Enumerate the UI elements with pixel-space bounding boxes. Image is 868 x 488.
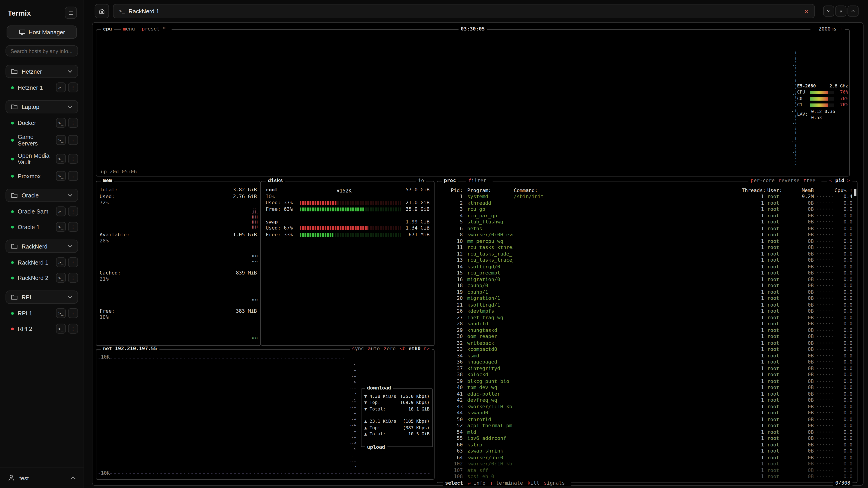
host-options-button[interactable]: ⋮	[68, 171, 78, 181]
process-row[interactable]: 50kthrotld1root0B·······0.0	[437, 416, 857, 423]
connect-terminal-button[interactable]: >_	[56, 273, 66, 283]
process-row[interactable]: 16migration/01root0B·······0.0	[437, 276, 857, 283]
process-row[interactable]: 102kworker/0:1H-kbl1root0B·······0.0	[437, 461, 857, 467]
connect-terminal-button[interactable]: >_	[56, 135, 66, 145]
folder-racknerd[interactable]: RackNerd	[5, 240, 78, 253]
process-row[interactable]: 14ksoftirqd/01root0B·······0.0	[437, 264, 857, 270]
process-row[interactable]: 38kblockd1root0B·······0.0	[437, 372, 857, 378]
filter-option[interactable]: filter	[466, 177, 492, 183]
process-row[interactable]: 20migration/11root0B·······0.0	[437, 295, 857, 302]
process-row[interactable]: 41edac-poller1root0B·······0.0	[437, 391, 857, 397]
proc-options[interactable]: per-corereversetree	[748, 177, 822, 183]
process-row[interactable]: 30oom_reaper1root0B·······0.0	[437, 334, 857, 340]
host-options-button[interactable]: ⋮	[68, 206, 78, 217]
connect-terminal-button[interactable]: >_	[56, 83, 66, 92]
host-options-button[interactable]: ⋮	[68, 324, 78, 334]
process-row[interactable]: 19cpuhp/11root0B·······0.0	[437, 289, 857, 295]
process-row[interactable]: 27inet_frag_wq1root0B·······0.0	[437, 315, 857, 321]
host-rpi-2[interactable]: RPI 2>_⋮	[4, 321, 79, 337]
host-options-button[interactable]: ⋮	[68, 257, 78, 267]
net-options[interactable]: syncautozero<b eth0 n>	[350, 346, 432, 351]
folder-rpi[interactable]: RPI	[5, 291, 78, 304]
sidebar-menu-button[interactable]: ☰	[65, 6, 77, 19]
process-row[interactable]: 108scsi_eh_01root0B·······0.0	[437, 474, 857, 480]
io-mode-option[interactable]: io	[416, 177, 426, 183]
process-row[interactable]: 8kworker/0:0H-eve1root0B·······0.0	[437, 232, 857, 238]
folder-laptop[interactable]: Laptop	[5, 100, 78, 113]
connect-terminal-button[interactable]: >_	[56, 222, 66, 232]
connect-terminal-button[interactable]: >_	[56, 324, 66, 334]
process-row[interactable]: 42devfreq_wq1root0B·······0.0	[437, 397, 857, 403]
host-racknerd-1[interactable]: RackNerd 1>_⋮	[4, 255, 79, 270]
process-row[interactable]: 1systemd/sbin/init1root9.2M·······0.4	[437, 194, 857, 200]
connect-terminal-button[interactable]: >_	[56, 308, 66, 318]
process-row[interactable]: 10mm_percpu_wq1root0B·······0.0	[437, 238, 857, 245]
process-row[interactable]: 12rcu_tasks_rude_k1root0B·······0.0	[437, 251, 857, 257]
folder-oracle[interactable]: Oracle	[5, 189, 78, 202]
host-oracle-sam[interactable]: Oracle Sam>_⋮	[4, 204, 79, 219]
host-options-button[interactable]: ⋮	[68, 118, 78, 128]
process-row[interactable]: 13rcu_tasks_trace_1root0B·······0.0	[437, 257, 857, 264]
process-row[interactable]: 40tpm_dev_wq1root0B·······0.0	[437, 385, 857, 391]
connect-terminal-button[interactable]: >_	[56, 206, 66, 217]
process-row[interactable]: 63zswap-shrink1root0B·······0.0	[437, 448, 857, 455]
process-table[interactable]: 1systemd/sbin/init1root9.2M·······0.42kt…	[437, 194, 857, 481]
process-row[interactable]: 60kstrp1root0B·······0.0	[437, 442, 857, 448]
refresh-interval[interactable]: - 2000ms +	[810, 26, 845, 31]
process-row[interactable]: 18cpuhp/01root0B·······0.0	[437, 283, 857, 289]
menu-option[interactable]: menu	[121, 26, 141, 31]
host-options-button[interactable]: ⋮	[68, 83, 78, 92]
host-oracle-1[interactable]: Oracle 1>_⋮	[4, 219, 79, 235]
pid-sort-option[interactable]: < pid >	[827, 177, 852, 183]
host-hetzner-1[interactable]: Hetzner 1>_⋮	[4, 80, 79, 95]
folder-hetzner[interactable]: Hetzner	[5, 65, 78, 78]
process-row[interactable]: 54mld1root0B·······0.0	[437, 429, 857, 435]
host-docker[interactable]: Docker>_⋮	[4, 115, 79, 131]
host-game-servers[interactable]: Game Servers>_⋮	[4, 131, 79, 150]
search-input[interactable]	[5, 45, 78, 57]
process-row[interactable]: 34ksmd1root0B·······0.0	[437, 353, 857, 359]
connect-terminal-button[interactable]: >_	[56, 118, 66, 128]
process-row[interactable]: 2kthreadd1root0B·······0.0	[437, 200, 857, 206]
process-row[interactable]: 29khungtaskd1root0B·······0.0	[437, 327, 857, 334]
process-footer-actions[interactable]: select↵ info↓ terminatekillsignals	[443, 480, 571, 486]
host-options-button[interactable]: ⋮	[68, 273, 78, 283]
process-row[interactable]: 26kdevtmpfs1root0B·······0.0	[437, 308, 857, 315]
process-row[interactable]: 15rcu_preempt1root0B·······0.0	[437, 270, 857, 276]
process-row[interactable]: 64kworker/u5:01root0B·······0.0	[437, 455, 857, 461]
home-button[interactable]	[95, 4, 109, 18]
host-options-button[interactable]: ⋮	[68, 308, 78, 318]
process-row[interactable]: 32writeback1root0B·······0.0	[437, 340, 857, 346]
host-proxmox[interactable]: Proxmox>_⋮	[4, 168, 79, 184]
panel-expand-button[interactable]	[847, 5, 859, 17]
process-row[interactable]: 44kswapd01root0B·······0.0	[437, 410, 857, 416]
user-menu[interactable]: test	[0, 467, 84, 488]
process-row[interactable]: 33kcompactd01root0B·······0.0	[437, 346, 857, 353]
host-manager-button[interactable]: Host Manager	[6, 26, 77, 39]
process-row[interactable]: 11rcu_tasks_kthrea1root0B·······0.0	[437, 245, 857, 251]
process-row[interactable]: 37kintegrityd1root0B·······0.0	[437, 365, 857, 372]
host-options-button[interactable]: ⋮	[68, 154, 78, 164]
process-row[interactable]: 28kauditd1root0B·······0.0	[437, 321, 857, 327]
host-open-media-vault[interactable]: Open Media Vault>_⋮	[4, 150, 79, 168]
process-row[interactable]: 39blkcg_punt_bio1root0B·······0.0	[437, 378, 857, 385]
preset-option[interactable]: preset *	[140, 26, 172, 31]
connect-terminal-button[interactable]: >_	[56, 171, 66, 181]
host-racknerd-2[interactable]: RackNerd 2>_⋮	[4, 270, 79, 286]
process-row[interactable]: 6netns1root0B·······0.0	[437, 225, 857, 232]
host-options-button[interactable]: ⋮	[68, 135, 78, 145]
panel-collapse-button[interactable]	[823, 5, 834, 17]
process-row[interactable]: 5slub_flushwq1root0B·······0.0	[437, 219, 857, 225]
process-row[interactable]: 43kworker/1:1H-kbl1root0B·······0.0	[437, 404, 857, 410]
process-row[interactable]: 107ata_sff1root0B·······0.0	[437, 467, 857, 474]
process-row[interactable]: 52acpi_thermal_pm1root0B·······0.0	[437, 423, 857, 429]
process-row[interactable]: 55ipv6_addrconf1root0B·······0.0	[437, 435, 857, 442]
process-scrollbar[interactable]	[854, 189, 857, 196]
host-options-button[interactable]: ⋮	[68, 222, 78, 232]
process-row[interactable]: 3rcu_gp1root0B·······0.0	[437, 206, 857, 213]
tab-close-button[interactable]: ✕	[804, 8, 809, 14]
process-row[interactable]: 36khugepaged1root0B·······0.0	[437, 359, 857, 365]
connect-terminal-button[interactable]: >_	[56, 154, 66, 164]
host-rpi-1[interactable]: RPI 1>_⋮	[4, 305, 79, 321]
terminal-screen[interactable]: cpu menu preset * 03:30:05 - 2000ms + ⠀⡆…	[92, 22, 864, 486]
